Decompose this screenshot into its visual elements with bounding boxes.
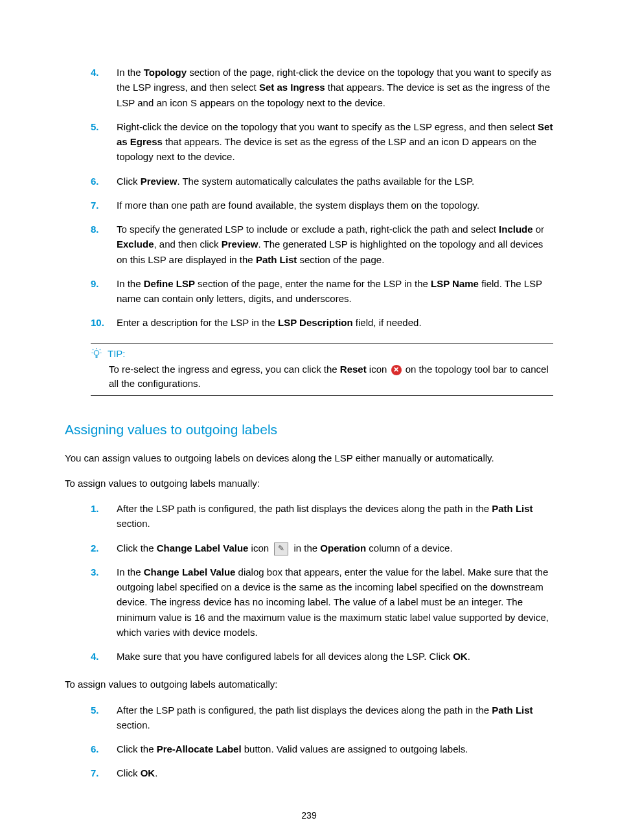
ordered-list-a: 4.In the Topology section of the page, r…: [91, 65, 553, 331]
bold-text: Path List: [492, 705, 532, 716]
bold-text: Pre-Allocate Label: [157, 743, 242, 754]
edit-icon: ✎: [274, 542, 288, 555]
step-text: Click Preview. The system automatically …: [117, 174, 553, 189]
step-number: 5.: [91, 703, 117, 733]
step-text: After the LSP path is configured, the pa…: [117, 703, 553, 733]
list-item: 6.Click the Pre-Allocate Label button. V…: [91, 741, 553, 756]
step-number: 4.: [91, 65, 117, 110]
bold-text: Path List: [492, 503, 532, 514]
list-item: 7.If more than one path are found availa…: [91, 198, 553, 213]
bold-text: Set as Egress: [117, 121, 553, 147]
step-text: To specify the generated LSP to include …: [117, 222, 553, 267]
paragraph: To assign values to outgoing labels auto…: [65, 677, 553, 692]
bold-text: Exclude: [117, 239, 154, 250]
svg-line-6: [93, 349, 93, 349]
bold-text: Topology: [144, 67, 187, 78]
step-text: Make sure that you have configured label…: [117, 649, 553, 664]
bold-text: LSP Name: [431, 278, 479, 289]
step-text: In the Change Label Value dialog box tha…: [117, 565, 553, 640]
bold-text: Set as Ingress: [259, 82, 325, 93]
list-item: 9.In the Define LSP section of the page,…: [91, 276, 553, 307]
step-number: 3.: [91, 565, 117, 640]
svg-point-0: [94, 350, 99, 355]
list-item: 10.Enter a description for the LSP in th…: [91, 315, 553, 330]
paragraph: You can assign values to outgoing labels…: [65, 450, 553, 465]
bold-text: LSP Description: [278, 317, 353, 328]
step-text: In the Define LSP section of the page, e…: [117, 276, 553, 307]
step-text: Click the Pre-Allocate Label button. Val…: [117, 741, 553, 756]
bold-text: Change Label Value: [157, 542, 249, 554]
step-number: 6.: [91, 174, 117, 189]
paragraph: To assign values to outgoing labels manu…: [65, 476, 553, 491]
step-number: 9.: [91, 276, 117, 307]
page-number: 239: [0, 810, 618, 821]
bold-text: Include: [499, 224, 533, 235]
bold-text: Operation: [320, 542, 366, 554]
step-number: 5.: [91, 119, 117, 165]
bold-text: Change Label Value: [144, 566, 236, 578]
list-item: 7.Click OK.: [91, 765, 553, 780]
step-text: After the LSP path is configured, the pa…: [117, 501, 553, 531]
list-item: 4.Make sure that you have configured lab…: [91, 649, 553, 664]
step-number: 4.: [91, 649, 117, 664]
step-text: In the Topology section of the page, rig…: [117, 65, 553, 110]
tip-label: TIP:: [108, 348, 126, 359]
step-text: Click OK.: [117, 765, 553, 780]
bold-text: Preview: [141, 176, 177, 187]
lightbulb-icon: [91, 348, 102, 360]
bold-text: OK: [141, 767, 155, 778]
bold-text: Path List: [256, 254, 297, 265]
list-item: 5.After the LSP path is configured, the …: [91, 703, 553, 733]
step-text: Right-click the device on the topology t…: [117, 119, 553, 165]
reset-icon: ✕: [391, 365, 402, 375]
step-text: Enter a description for the LSP in the L…: [117, 315, 553, 330]
step-number: 7.: [91, 198, 117, 213]
list-item: 6.Click Preview. The system automaticall…: [91, 174, 553, 189]
bold-text: Define LSP: [144, 278, 195, 289]
step-number: 8.: [91, 222, 117, 267]
ordered-list-c: 5.After the LSP path is configured, the …: [91, 703, 553, 781]
step-number: 6.: [91, 741, 117, 756]
bold-text: Preview: [222, 239, 258, 250]
ordered-list-b: 1.After the LSP path is configured, the …: [91, 501, 553, 664]
page: 4.In the Topology section of the page, r…: [0, 0, 618, 840]
section-heading: Assigning values to outgoing labels: [65, 422, 553, 438]
tip-header: TIP:: [91, 348, 553, 360]
list-item: 2.Click the Change Label Value icon ✎ in…: [91, 541, 553, 555]
step-number: 10.: [91, 315, 117, 330]
svg-line-7: [100, 349, 100, 349]
step-number: 2.: [91, 541, 117, 555]
list-item: 3.In the Change Label Value dialog box t…: [91, 565, 553, 640]
bold-text: Reset: [340, 364, 367, 375]
bold-text: OK: [453, 651, 468, 662]
list-item: 1.After the LSP path is configured, the …: [91, 501, 553, 531]
step-number: 1.: [91, 501, 117, 531]
step-text: If more than one path are found availabl…: [117, 198, 553, 213]
tip-body: To re-select the ingress and egress, you…: [91, 362, 553, 391]
list-item: 5.Right-click the device on the topology…: [91, 119, 553, 165]
list-item: 8.To specify the generated LSP to includ…: [91, 222, 553, 267]
step-text: Click the Change Label Value icon ✎ in t…: [117, 541, 553, 555]
list-item: 4.In the Topology section of the page, r…: [91, 65, 553, 110]
step-number: 7.: [91, 765, 117, 780]
tip-box: TIP: To re-select the ingress and egress…: [91, 344, 553, 396]
